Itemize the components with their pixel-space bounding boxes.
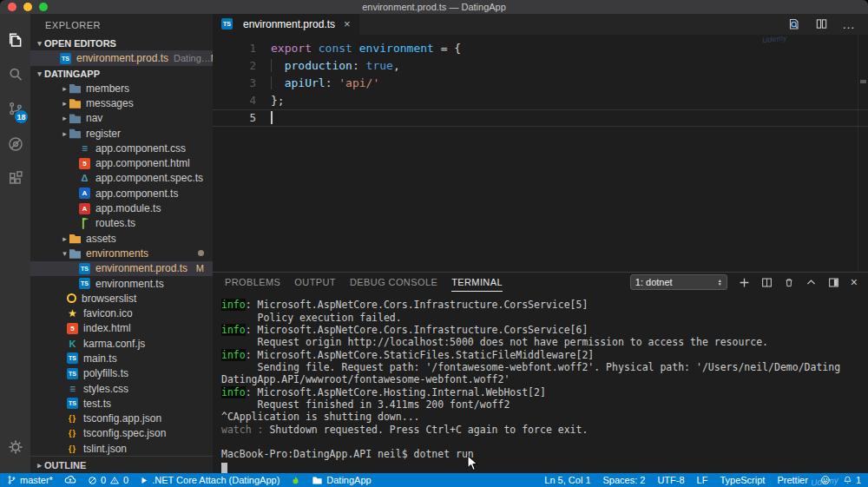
tree-item-styles-css[interactable]: ≡styles.css	[30, 381, 213, 396]
tree-item-favicon-ico[interactable]: ★favicon.ico	[30, 306, 213, 320]
panel-tab-debug-console[interactable]: DEBUG CONSOLE	[350, 273, 437, 292]
language-mode-status[interactable]: TypeScript	[720, 475, 765, 485]
close-window-button[interactable]	[8, 3, 16, 11]
settings-gear-icon[interactable]	[0, 430, 30, 464]
project-header[interactable]: ▾ DATINGAPP	[30, 66, 213, 81]
tab-environment-prod-ts[interactable]: TS environment.prod.ts ×	[213, 14, 359, 35]
panel-tab-output[interactable]: OUTPUT	[294, 273, 336, 292]
tree-item-label: app.component.spec.ts	[95, 172, 203, 184]
tree-item-label: karma.conf.js	[83, 338, 145, 350]
minimize-window-button[interactable]	[23, 3, 32, 11]
terminal-content[interactable]: info: Microsoft.AspNetCore.Cors.Infrastr…	[213, 292, 868, 473]
terminal-line: info: Microsoft.AspNetCore.Cors.Infrastr…	[221, 299, 868, 311]
outline-header[interactable]: ▸ OUTLINE	[30, 456, 213, 473]
code-editor[interactable]: 1export const environment = {2 productio…	[213, 35, 868, 273]
tree-item-environment-ts[interactable]: TSenvironment.ts	[30, 276, 213, 291]
tab-close-icon[interactable]: ×	[344, 17, 351, 30]
html-icon: 5	[67, 323, 78, 334]
open-editors-header[interactable]: ▾ OPEN EDITORS	[30, 36, 213, 50]
terminal-line: Request origin http://localhost:5000 doe…	[221, 336, 868, 348]
terminal-select[interactable]: 1: dotnet ▲▼	[630, 274, 727, 290]
split-terminal-icon[interactable]	[761, 277, 773, 288]
panel-tab-terminal[interactable]: TERMINAL	[451, 273, 503, 292]
tree-item-main-ts[interactable]: TSmain.ts	[30, 351, 213, 365]
tree-item-tsconfig-spec-json[interactable]: {}tsconfig.spec.json	[30, 426, 213, 441]
extensions-icon[interactable]	[0, 161, 30, 196]
tree-item-tsconfig-app-json[interactable]: {}tsconfig.app.json	[30, 411, 213, 426]
indentation-status[interactable]: Spaces: 2	[603, 475, 646, 485]
tree-item-browserslist[interactable]: browserslist	[30, 291, 213, 306]
problems-status[interactable]: 0 0	[88, 475, 128, 485]
tree-item-assets[interactable]: ▸assets	[30, 231, 213, 246]
terminal-line	[221, 461, 868, 473]
code-text: production: true,	[271, 59, 400, 72]
ts-icon: TS	[67, 368, 78, 379]
tree-item-app-component-html[interactable]: 5app.component.html	[30, 155, 213, 170]
tree-item-app-module-ts[interactable]: Aapp.module.ts	[30, 201, 213, 215]
tree-item-routes-ts[interactable]: routes.ts	[30, 216, 213, 231]
tree-item-register[interactable]: ▸register	[30, 126, 213, 141]
sync-icon[interactable]	[64, 475, 76, 485]
tree-item-label: tsconfig.spec.json	[83, 427, 166, 439]
source-control-icon[interactable]: 18	[0, 92, 30, 127]
more-actions-icon[interactable]: …	[842, 16, 856, 31]
folder-icon	[69, 128, 81, 139]
tree-item-environments[interactable]: ▾environments	[30, 246, 213, 260]
tree-item-label: tsconfig.app.json	[83, 412, 161, 424]
tree-item-label: app.module.ts	[95, 202, 161, 214]
cursor-position-status[interactable]: Ln 5, Col 1	[544, 475, 590, 485]
panel-tab-problems[interactable]: PROBLEMS	[225, 273, 280, 292]
modified-dot-icon	[198, 250, 204, 256]
tree-item-karma-conf-js[interactable]: Kkarma.conf.js	[30, 336, 213, 351]
open-changes-icon[interactable]	[787, 17, 801, 31]
tree-item-index-html[interactable]: 5index.html	[30, 321, 213, 336]
tree-item-app-component-spec-ts[interactable]: Δapp.component.spec.ts	[30, 171, 213, 186]
zoom-window-button[interactable]	[39, 3, 48, 11]
routes-icon	[79, 218, 90, 229]
open-editor-item[interactable]: TS environment.prod.ts Dating… M	[30, 50, 213, 66]
tree-item-label: test.ts	[83, 398, 111, 410]
new-terminal-icon[interactable]	[739, 277, 750, 288]
search-icon[interactable]	[0, 57, 30, 92]
tree-item-polyfills-ts[interactable]: TSpolyfills.ts	[30, 366, 213, 381]
select-arrows-icon: ▲▼	[718, 279, 722, 286]
split-editor-icon[interactable]	[815, 17, 828, 30]
tree-item-test-ts[interactable]: TStest.ts	[30, 396, 213, 411]
chevron-down-icon: ▾	[35, 69, 44, 78]
tree-item-label: app.component.html	[95, 157, 190, 169]
debug-icon[interactable]	[0, 127, 30, 161]
kill-terminal-icon[interactable]	[784, 277, 794, 288]
workspace-folder-status[interactable]: DatingApp	[312, 475, 371, 485]
eol-status[interactable]: LF	[697, 475, 708, 485]
tree-item-messages[interactable]: ▸messages	[30, 95, 213, 110]
star-icon: ★	[67, 308, 78, 319]
close-panel-icon[interactable]: ×	[851, 276, 858, 288]
tree-item-label: environment.prod.ts	[95, 262, 187, 274]
tree-item-environment-prod-ts[interactable]: TSenvironment.prod.tsM	[30, 261, 213, 276]
tree-item-nav[interactable]: ▸nav	[30, 111, 213, 126]
encoding-status[interactable]: UTF-8	[657, 475, 684, 485]
code-text: };	[271, 94, 285, 107]
notifications-bell[interactable]: 1	[843, 475, 861, 485]
git-branch-status[interactable]: master*	[7, 475, 53, 485]
tree-item-app-component-ts[interactable]: Aapp.component.ts	[30, 186, 213, 201]
notification-count: 1	[856, 475, 861, 485]
tree-item-members[interactable]: ▸members	[30, 81, 213, 95]
maximize-panel-icon[interactable]	[806, 277, 817, 288]
tree-item-tslint-json[interactable]: {}tslint.json	[30, 441, 213, 456]
line-number: 2	[213, 59, 271, 72]
html-icon: 5	[79, 158, 90, 169]
panel-layout-icon[interactable]	[828, 277, 839, 288]
branch-name: master*	[20, 475, 53, 485]
debug-launch-status[interactable]: .NET Core Attach (DatingApp)	[140, 475, 279, 485]
explorer-icon[interactable]	[0, 23, 30, 57]
ts-icon: TS	[67, 398, 78, 409]
explorer-sidebar: EXPLORER ▾ OPEN EDITORS TS environment.p…	[30, 14, 213, 473]
chevron-down-icon: ▾	[35, 39, 44, 48]
tree-item-app-component-css[interactable]: ≡app.component.css	[30, 141, 213, 155]
flame-icon[interactable]	[291, 475, 300, 486]
open-editor-file-name: environment.prod.ts	[76, 52, 168, 64]
formatter-status[interactable]: Prettier	[777, 475, 807, 485]
folder-orange-icon	[69, 97, 81, 109]
feedback-smiley-icon[interactable]	[820, 475, 831, 485]
